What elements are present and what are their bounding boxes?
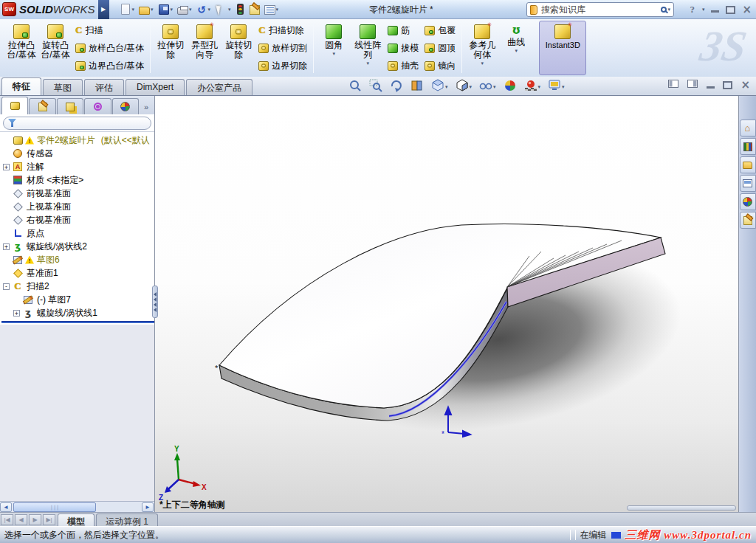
- panel-tab-configurationmanager[interactable]: [57, 98, 83, 114]
- doc-pane-left-button[interactable]: [668, 80, 679, 91]
- appearances-button[interactable]: [740, 193, 756, 210]
- tree-item[interactable]: 右视基准面: [1, 213, 154, 226]
- tree-item[interactable]: 前视基准面: [1, 187, 154, 200]
- display-style-caret[interactable]: ▾: [470, 84, 472, 90]
- cut-loft-button[interactable]: 放样切割: [258, 41, 307, 55]
- resources-home-button[interactable]: ⌂: [740, 120, 756, 136]
- filter-input[interactable]: [3, 117, 151, 130]
- open-button[interactable]: ▾: [137, 1, 155, 18]
- restore-button[interactable]: [726, 6, 735, 14]
- reference-geometry-button[interactable]: ✳参考几何体▾: [465, 21, 499, 75]
- tree-item[interactable]: !草图6: [1, 253, 154, 266]
- zoom-area-button[interactable]: [368, 78, 384, 95]
- tab-办公室产品[interactable]: 办公室产品: [186, 79, 252, 95]
- tree-expand-toggle[interactable]: +: [3, 243, 10, 250]
- save-caret[interactable]: ▾: [171, 7, 173, 13]
- reference-geometry-flyout-caret[interactable]: ▾: [481, 60, 484, 66]
- panel-tab-featuremanager[interactable]: [1, 97, 28, 114]
- tree-item[interactable]: +ʒ螺旋线/涡状线1: [1, 306, 154, 319]
- cut-sweep-button[interactable]: C扫描切除: [258, 24, 307, 37]
- tree-item[interactable]: -C扫描2: [1, 280, 154, 293]
- custom-properties-button[interactable]: [740, 212, 756, 229]
- tab-DimXpert[interactable]: DimXpert: [126, 79, 185, 95]
- panel-tabs-overflow-button[interactable]: »: [140, 103, 153, 114]
- options-button[interactable]: [248, 1, 261, 18]
- wrap-button[interactable]: 包覆: [425, 24, 456, 37]
- loft-button[interactable]: 放样凸台/基体: [75, 41, 144, 55]
- sweep-button[interactable]: C扫描: [75, 24, 144, 37]
- curves-flyout-caret[interactable]: ▾: [515, 48, 518, 54]
- study-nav-3[interactable]: ▶|: [43, 514, 55, 525]
- cut-revolve-button[interactable]: 旋转切除: [221, 21, 255, 75]
- tree-item[interactable]: 原点: [1, 226, 154, 240]
- rollback-bar[interactable]: [1, 321, 154, 323]
- tree-expand-toggle[interactable]: +: [13, 310, 20, 317]
- viewport-scrollbar[interactable]: [627, 505, 736, 511]
- instant3d-button[interactable]: ✳Instant3D: [539, 21, 586, 75]
- linear-pattern-flyout-caret[interactable]: ▾: [367, 60, 370, 66]
- design-checker-button[interactable]: ▾: [263, 1, 281, 18]
- doc-pane-right-button[interactable]: [687, 80, 698, 91]
- panel-tab-propertymanager[interactable]: [29, 98, 55, 114]
- boundary-button[interactable]: 边界凸台/基体: [75, 59, 144, 72]
- tab-评估[interactable]: 评估: [84, 79, 124, 95]
- boss-extrude-button[interactable]: 拉伸凸台/基体: [4, 21, 38, 75]
- fillet-flyout-caret[interactable]: ▾: [333, 51, 336, 57]
- tree-item[interactable]: 传感器: [1, 147, 154, 160]
- section-view-button[interactable]: [409, 78, 425, 95]
- model-canvas[interactable]: * * Y: [155, 96, 738, 512]
- fillet-button[interactable]: 圆角▾: [317, 21, 351, 75]
- tree-item[interactable]: 材质 <未指定>: [1, 173, 154, 187]
- print-button[interactable]: ▾: [176, 1, 193, 18]
- edit-appearance-button[interactable]: [502, 78, 518, 95]
- view-settings-button[interactable]: ▾: [546, 78, 566, 95]
- scroll-thumb[interactable]: |||: [13, 502, 96, 512]
- apply-scene-caret[interactable]: ▾: [538, 84, 541, 90]
- draft-button[interactable]: 拔模: [388, 41, 419, 55]
- tab-特征[interactable]: 特征: [1, 77, 41, 95]
- new-caret[interactable]: ▾: [132, 7, 135, 13]
- bottom-tab-运动算例 1[interactable]: 运动算例 1: [96, 513, 158, 526]
- view-orientation-caret[interactable]: ▾: [445, 84, 448, 90]
- undo-button[interactable]: ↺▾: [195, 1, 213, 18]
- cut-extrude-button[interactable]: 拉伸切除: [154, 21, 188, 75]
- study-nav-2[interactable]: ▶: [29, 514, 41, 525]
- panel-tab-dimxpertmanager[interactable]: [84, 98, 111, 114]
- mirror-button[interactable]: 镜向: [425, 59, 456, 72]
- save-button[interactable]: ▾: [157, 1, 175, 18]
- study-nav-1[interactable]: ◀: [15, 514, 27, 525]
- hole-wizard-button[interactable]: ✳异型孔向导: [188, 21, 221, 75]
- scroll-left-button[interactable]: ◄: [0, 502, 12, 512]
- curves-button[interactable]: ʊ曲线▾: [499, 21, 533, 75]
- boss-revolve-button[interactable]: 旋转凸台/基体: [38, 21, 72, 75]
- tree-item[interactable]: 基准面1: [1, 266, 154, 280]
- tree-expand-toggle[interactable]: -: [3, 283, 10, 290]
- rebuild-traffic-light-button[interactable]: [234, 1, 247, 18]
- tab-草图[interactable]: 草图: [43, 79, 83, 95]
- graphics-viewport[interactable]: * * Y: [155, 96, 738, 512]
- undo-caret[interactable]: ▾: [208, 7, 211, 13]
- open-caret[interactable]: ▾: [151, 7, 154, 13]
- help-caret[interactable]: ▾: [702, 7, 705, 13]
- panel-tab-displaymanager[interactable]: [112, 98, 139, 114]
- select-caret[interactable]: ▾: [228, 7, 231, 13]
- file-explorer-button[interactable]: [740, 156, 756, 173]
- dome-button[interactable]: 圆顶: [425, 41, 456, 55]
- design-checker-caret[interactable]: ▾: [276, 7, 279, 13]
- new-button[interactable]: ▾: [118, 1, 137, 18]
- menu-flyout-button[interactable]: ▶: [98, 0, 109, 19]
- apply-scene-button[interactable]: ▾: [523, 78, 543, 95]
- doc-minimize-button[interactable]: [707, 86, 715, 89]
- search-icon[interactable]: [661, 7, 667, 13]
- help-button[interactable]: ?: [690, 4, 695, 15]
- rib-button[interactable]: 筋: [388, 24, 419, 37]
- tree-item[interactable]: +A注解: [1, 160, 154, 173]
- cut-boundary-button[interactable]: 边界切除: [258, 59, 307, 72]
- doc-close-button[interactable]: ×: [740, 80, 750, 91]
- tree-expand-toggle[interactable]: +: [3, 164, 10, 170]
- scroll-right-button[interactable]: ►: [142, 502, 154, 512]
- view-settings-caret[interactable]: ▾: [562, 84, 565, 90]
- search-input[interactable]: 搜索知识库: [541, 4, 661, 16]
- select-button[interactable]: ▾: [213, 1, 233, 18]
- hide-show-items-button[interactable]: ▾: [478, 78, 498, 95]
